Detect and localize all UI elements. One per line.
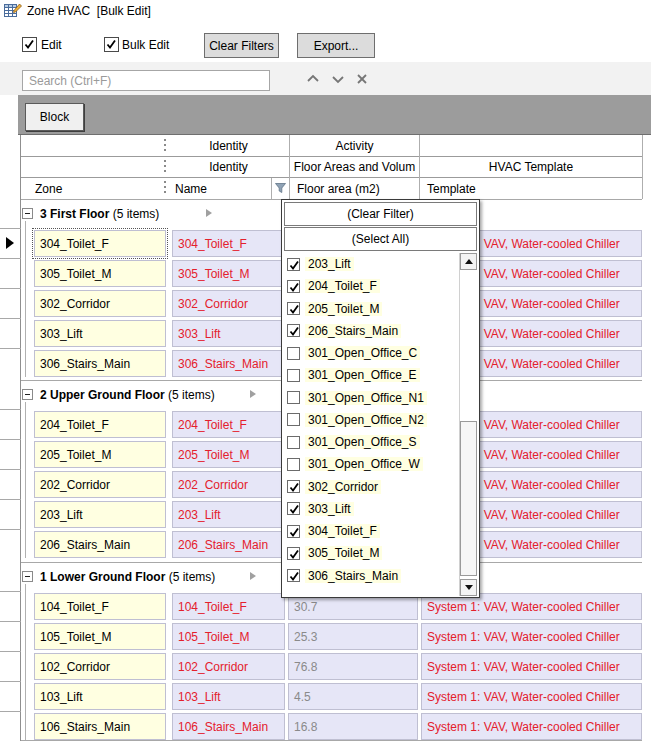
col-header-floor-area[interactable]: Floor area (m2)	[290, 178, 419, 199]
filter-item-checkbox[interactable]	[287, 258, 300, 271]
zone-cell[interactable]: 305_Toilet_M	[34, 260, 166, 287]
template-cell[interactable]: System 1: VAV, Water-cooled Chiller	[421, 653, 642, 680]
filter-item[interactable]: 304_Toilet_F	[287, 521, 380, 541]
zone-cell[interactable]: 103_Lift	[34, 683, 166, 710]
name-cell[interactable]: 104_Toilet_F	[172, 593, 285, 620]
filter-item-checkbox[interactable]	[287, 436, 300, 449]
collapse-expander-icon[interactable]	[22, 571, 33, 582]
band1-identity[interactable]: Identity	[168, 135, 289, 156]
filter-item-checkbox[interactable]	[287, 413, 300, 426]
zone-cell[interactable]: 302_Corridor	[34, 290, 166, 317]
band1-activity[interactable]: Activity	[290, 135, 419, 156]
band2-identity[interactable]: Identity	[168, 157, 289, 177]
name-cell[interactable]: 105_Toilet_M	[172, 623, 285, 650]
name-cell[interactable]: 203_Lift	[172, 501, 285, 528]
column-splitter-dots[interactable]	[164, 181, 166, 195]
col-header-name[interactable]: Name	[168, 178, 272, 199]
floor-area-cell[interactable]: 16.8	[288, 713, 418, 740]
zone-cell[interactable]: 206_Stairs_Main	[34, 531, 166, 558]
floor-area-cell[interactable]: 25.3	[288, 623, 418, 650]
group-expand-arrow-icon[interactable]	[250, 572, 256, 580]
zone-cell[interactable]: 202_Corridor	[34, 471, 166, 498]
filter-scrollbar[interactable]	[459, 253, 477, 596]
edit-checkbox[interactable]	[22, 37, 37, 52]
collapse-expander-icon[interactable]	[22, 208, 33, 219]
name-cell[interactable]: 206_Stairs_Main	[172, 531, 285, 558]
zone-cell[interactable]: 106_Stairs_Main	[34, 713, 166, 740]
column-splitter-dots[interactable]	[164, 160, 166, 174]
select-all-button[interactable]: (Select All)	[284, 227, 477, 251]
name-cell[interactable]: 103_Lift	[172, 683, 285, 710]
filter-item[interactable]: 301_Open_Office_W	[287, 454, 423, 474]
filter-item-checkbox[interactable]	[287, 369, 300, 382]
col-header-zone[interactable]: Zone	[21, 178, 163, 199]
filter-item[interactable]: 301_Open_Office_S	[287, 432, 420, 452]
name-cell[interactable]: 106_Stairs_Main	[172, 713, 285, 740]
filter-item[interactable]: 301_Open_Office_E	[287, 365, 420, 385]
bulk-edit-checkbox[interactable]	[104, 37, 119, 52]
clear-filter-button[interactable]: (Clear Filter)	[284, 202, 477, 226]
template-cell[interactable]: System 1: VAV, Water-cooled Chiller	[421, 623, 642, 650]
scroll-up-button[interactable]	[460, 253, 477, 270]
search-input[interactable]	[22, 70, 270, 91]
filter-item-checkbox[interactable]	[287, 391, 300, 404]
export-button[interactable]: Export...	[297, 33, 375, 58]
name-cell[interactable]: 204_Toilet_F	[172, 411, 285, 438]
filter-item[interactable]: 206_Stairs_Main	[287, 321, 401, 341]
band2-floor-areas[interactable]: Floor Areas and Volum	[290, 157, 419, 177]
scroll-down-button[interactable]	[460, 579, 477, 596]
floor-area-cell[interactable]: 76.8	[288, 653, 418, 680]
scroll-thumb[interactable]	[460, 421, 477, 576]
filter-item[interactable]: 205_Toilet_M	[287, 299, 382, 319]
filter-item-checkbox[interactable]	[287, 302, 300, 315]
zone-cell[interactable]: 205_Toilet_M	[34, 441, 166, 468]
zone-cell[interactable]: 105_Toilet_M	[34, 623, 166, 650]
name-cell[interactable]: 302_Corridor	[172, 290, 285, 317]
search-close-icon[interactable]	[354, 71, 370, 87]
filter-item-checkbox[interactable]	[287, 347, 300, 360]
filter-item[interactable]: 301_Open_Office_N2	[287, 410, 427, 430]
filter-item[interactable]: 305_Toilet_M	[287, 543, 382, 563]
filter-item-checkbox[interactable]	[287, 569, 300, 582]
filter-item[interactable]: 302_Corridor	[287, 477, 381, 497]
collapse-expander-icon[interactable]	[22, 389, 33, 400]
zone-cell[interactable]: 306_Stairs_Main	[34, 350, 166, 377]
filter-item-checkbox[interactable]	[287, 480, 300, 493]
group-expand-arrow-icon[interactable]	[206, 209, 212, 217]
name-cell[interactable]: 305_Toilet_M	[172, 260, 285, 287]
block-tab[interactable]: Block	[25, 103, 84, 131]
search-next-icon[interactable]	[330, 71, 346, 87]
filter-item[interactable]: 203_Lift	[287, 254, 354, 274]
filter-item[interactable]: 303_Lift	[287, 499, 354, 519]
filter-item-checkbox[interactable]	[287, 502, 300, 515]
clear-filters-button[interactable]: Clear Filters	[204, 33, 279, 58]
name-cell[interactable]: 304_Toilet_F	[172, 230, 285, 257]
filter-item[interactable]: 301_Open_Office_N1	[287, 388, 427, 408]
zone-cell[interactable]: 303_Lift	[34, 320, 166, 347]
template-cell[interactable]: System 1: VAV, Water-cooled Chiller	[421, 713, 642, 740]
column-splitter-dots[interactable]	[164, 139, 166, 153]
zone-cell[interactable]: 104_Toilet_F	[34, 593, 166, 620]
zone-cell[interactable]: 204_Toilet_F	[34, 411, 166, 438]
template-cell[interactable]: System 1: VAV, Water-cooled Chiller	[421, 683, 642, 710]
filter-item-checkbox[interactable]	[287, 547, 300, 560]
filter-item-checkbox[interactable]	[287, 458, 300, 471]
name-cell[interactable]: 303_Lift	[172, 320, 285, 347]
name-cell[interactable]: 205_Toilet_M	[172, 441, 285, 468]
name-cell[interactable]: 202_Corridor	[172, 471, 285, 498]
group-expand-arrow-icon[interactable]	[250, 390, 256, 398]
name-cell[interactable]: 102_Corridor	[172, 653, 285, 680]
filter-item[interactable]: 301_Open_Office_C	[287, 343, 420, 363]
name-cell[interactable]: 306_Stairs_Main	[172, 350, 285, 377]
zone-cell[interactable]: 304_Toilet_F	[34, 230, 166, 257]
zone-cell[interactable]: 203_Lift	[34, 501, 166, 528]
filter-item[interactable]: 306_Stairs_Main	[287, 566, 401, 586]
filter-item-checkbox[interactable]	[287, 280, 300, 293]
filter-item[interactable]: 204_Toilet_F	[287, 276, 380, 296]
search-prev-icon[interactable]	[305, 71, 321, 87]
zone-cell[interactable]: 102_Corridor	[34, 653, 166, 680]
filter-item-checkbox[interactable]	[287, 324, 300, 337]
filter-funnel-icon[interactable]	[272, 178, 289, 199]
col-header-template[interactable]: Template	[420, 178, 642, 199]
floor-area-cell[interactable]: 4.5	[288, 683, 418, 710]
